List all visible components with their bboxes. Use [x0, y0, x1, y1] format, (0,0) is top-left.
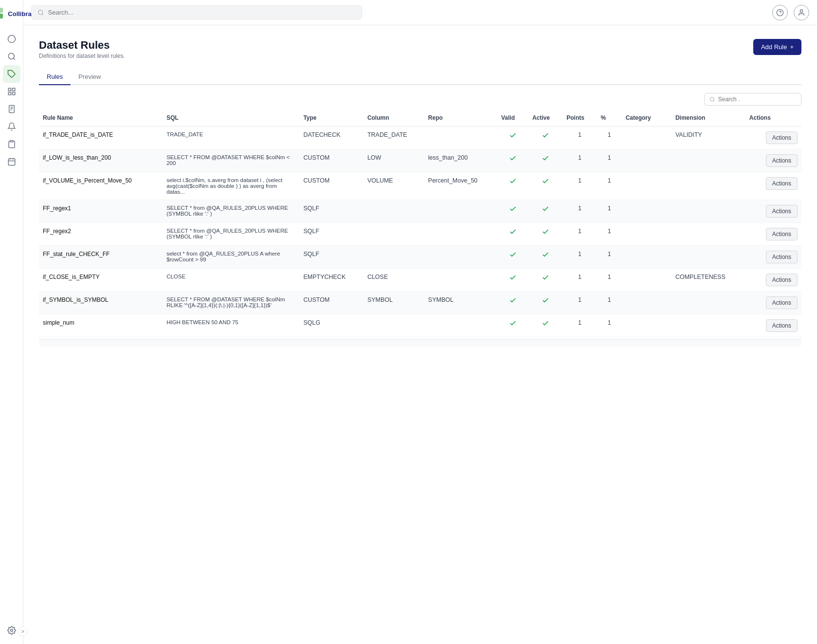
- sidebar-item-calendar[interactable]: [3, 153, 20, 170]
- cell-pct: 1: [597, 223, 622, 246]
- cell-repo: [424, 269, 497, 292]
- col-header-active: Active: [528, 110, 563, 127]
- add-rule-button[interactable]: Add Rule +: [753, 39, 801, 55]
- cell-active: [528, 127, 563, 149]
- cell-valid: [497, 149, 528, 172]
- table-row: if_LOW_is_less_than_200 SELECT * FROM @D…: [39, 149, 801, 172]
- collibra-logo-icon: [0, 7, 5, 20]
- cell-active: [528, 246, 563, 269]
- cell-category: [622, 314, 672, 337]
- cell-dimension: [672, 292, 745, 314]
- search-icon: [37, 9, 44, 16]
- cell-dimension: [672, 246, 745, 269]
- cell-rule-name: if_VOLUME_is_Percent_Move_50: [39, 172, 163, 200]
- cell-type: EMPTYCHECK: [299, 269, 363, 292]
- cell-active: [528, 314, 563, 337]
- cell-actions: Actions: [745, 172, 801, 200]
- cell-active: [528, 269, 563, 292]
- cell-points: 1: [563, 314, 597, 337]
- help-button[interactable]: [772, 5, 788, 20]
- sidebar-item-bell[interactable]: [3, 118, 20, 135]
- cell-active: [528, 223, 563, 246]
- svg-rect-8: [8, 88, 11, 91]
- tab-preview[interactable]: Preview: [71, 69, 109, 85]
- cell-actions: Actions: [745, 314, 801, 337]
- svg-rect-16: [10, 141, 13, 142]
- page-header: Dataset Rules Definitions for dataset le…: [39, 39, 801, 59]
- cell-sql: SELECT * FROM @DATASET WHERE $colNm < 20…: [163, 149, 299, 172]
- cell-valid: [497, 223, 528, 246]
- cell-actions: Actions: [745, 200, 801, 223]
- actions-button[interactable]: Actions: [766, 154, 798, 167]
- sidebar-item-clipboard[interactable]: [3, 135, 20, 153]
- cell-column: [363, 246, 424, 269]
- sidebar-item-grid[interactable]: [3, 83, 20, 100]
- svg-point-26: [800, 10, 802, 12]
- sidebar-item-document[interactable]: [3, 100, 20, 118]
- cell-pct: 1: [597, 172, 622, 200]
- table-row: if_TRADE_DATE_is_DATE TRADE_DATE DATECHE…: [39, 127, 801, 149]
- table-row: FF_stat_rule_CHECK_FF select * from @QA_…: [39, 246, 801, 269]
- actions-button[interactable]: Actions: [766, 251, 798, 263]
- cell-sql: HIGH BETWEEN 50 AND 75: [163, 314, 299, 337]
- cell-column: LOW: [363, 149, 424, 172]
- cell-actions: Actions: [745, 246, 801, 269]
- cell-points: 1: [563, 269, 597, 292]
- svg-rect-17: [8, 159, 15, 166]
- table-body: if_TRADE_DATE_is_DATE TRADE_DATE DATECHE…: [39, 127, 801, 337]
- user-menu-button[interactable]: [794, 5, 809, 20]
- cell-points: 1: [563, 246, 597, 269]
- global-search-input[interactable]: [48, 9, 356, 16]
- svg-line-6: [13, 58, 15, 59]
- cell-valid: [497, 269, 528, 292]
- actions-button[interactable]: Actions: [766, 228, 798, 240]
- table-search-bar[interactable]: [704, 93, 801, 106]
- actions-button[interactable]: Actions: [766, 274, 798, 286]
- cell-sql: SELECT * from @QA_RULES_20PLUS WHERE (SY…: [163, 223, 299, 246]
- cell-dimension: [672, 200, 745, 223]
- sidebar-collapse-button[interactable]: >: [18, 626, 28, 636]
- cell-rule-name: if_LOW_is_less_than_200: [39, 149, 163, 172]
- actions-button[interactable]: Actions: [766, 319, 798, 332]
- cell-type: SQLG: [299, 314, 363, 337]
- sidebar-item-tag[interactable]: [3, 65, 20, 83]
- table-search-input[interactable]: [718, 96, 796, 103]
- cell-valid: [497, 127, 528, 149]
- actions-button[interactable]: Actions: [766, 177, 798, 190]
- col-header-repo: Repo: [424, 110, 497, 127]
- svg-point-22: [38, 10, 43, 14]
- cell-rule-name: simple_num: [39, 314, 163, 337]
- actions-button[interactable]: Actions: [766, 205, 798, 218]
- sidebar-item-home[interactable]: [3, 30, 20, 48]
- cell-repo: [424, 246, 497, 269]
- collibra-logo-text: Collibra: [8, 10, 31, 18]
- cell-active: [528, 172, 563, 200]
- cell-category: [622, 269, 672, 292]
- table-row: FF_regex2 SELECT * from @QA_RULES_20PLUS…: [39, 223, 801, 246]
- tab-rules[interactable]: Rules: [39, 69, 71, 85]
- cell-column: [363, 314, 424, 337]
- col-header-actions: Actions: [745, 110, 801, 127]
- tabs: Rules Preview: [39, 69, 801, 85]
- svg-point-21: [10, 629, 13, 632]
- svg-line-28: [713, 100, 714, 101]
- cell-points: 1: [563, 223, 597, 246]
- table-row: if_VOLUME_is_Percent_Move_50 select i.$c…: [39, 172, 801, 200]
- cell-valid: [497, 200, 528, 223]
- actions-button[interactable]: Actions: [766, 131, 798, 144]
- cell-repo: [424, 314, 497, 337]
- svg-rect-11: [12, 92, 15, 95]
- cell-active: [528, 292, 563, 314]
- cell-points: 1: [563, 200, 597, 223]
- global-search-bar[interactable]: [31, 5, 362, 19]
- col-header-category: Category: [622, 110, 672, 127]
- cell-category: [622, 149, 672, 172]
- col-header-dimension: Dimension: [672, 110, 745, 127]
- actions-button[interactable]: Actions: [766, 296, 798, 309]
- cell-sql: SELECT * FROM @DATASET WHERE $colNm RLIK…: [163, 292, 299, 314]
- cell-category: [622, 246, 672, 269]
- sidebar-item-catalog[interactable]: [3, 48, 20, 65]
- cell-pct: 1: [597, 292, 622, 314]
- col-header-type: Type: [299, 110, 363, 127]
- cell-valid: [497, 314, 528, 337]
